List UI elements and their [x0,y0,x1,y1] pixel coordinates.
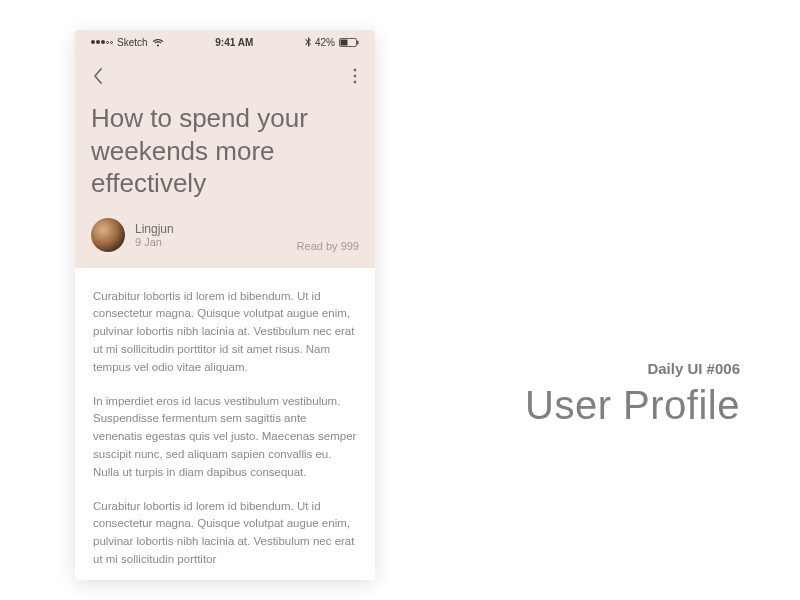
status-bar: Sketch 9:41 AM 42% [91,30,359,50]
battery-icon [339,38,359,47]
author-row: Lingjun 9 Jan Read by 999 [91,218,359,252]
status-left: Sketch [91,37,164,48]
back-button[interactable] [93,64,117,88]
svg-rect-2 [357,40,358,44]
body-paragraph: In imperdiet eros id lacus vestibulum ve… [93,393,357,482]
more-vertical-icon [353,68,357,84]
body-paragraph: Curabitur lobortis id lorem id bibendum.… [93,288,357,377]
daily-ui-tag: Daily UI #006 [525,360,740,377]
chevron-left-icon [93,68,103,84]
nav-bar [91,50,359,96]
svg-point-5 [354,81,357,84]
presentation-label: Daily UI #006 User Profile [525,360,740,428]
status-time: 9:41 AM [215,37,253,48]
body-paragraph: Curabitur lobortis id lorem id bibendum.… [93,498,357,569]
article-body[interactable]: Curabitur lobortis id lorem id bibendum.… [75,268,375,581]
svg-point-4 [354,75,357,78]
read-count: Read by 999 [297,240,359,252]
article-header: Sketch 9:41 AM 42% [75,30,375,268]
article-title: How to spend your weekends more effectiv… [91,96,359,218]
status-right: 42% [305,37,359,48]
bluetooth-icon [305,37,311,47]
author-meta: Lingjun 9 Jan [135,222,287,248]
avatar[interactable] [91,218,125,252]
publish-date: 9 Jan [135,236,287,248]
battery-percent: 42% [315,37,335,48]
svg-rect-1 [340,39,347,45]
author-name[interactable]: Lingjun [135,222,287,236]
more-button[interactable] [333,64,357,88]
carrier-label: Sketch [117,37,148,48]
svg-point-3 [354,69,357,72]
phone-mockup: Sketch 9:41 AM 42% [75,30,375,580]
challenge-title: User Profile [525,383,740,428]
signal-dots-icon [91,40,113,44]
wifi-icon [152,38,164,47]
